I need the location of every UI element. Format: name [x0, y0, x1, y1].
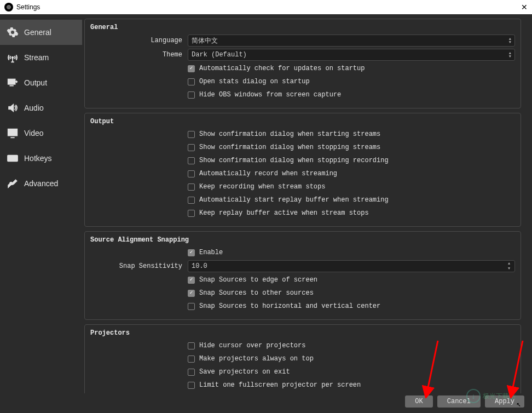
tools-icon: [7, 177, 19, 190]
checkbox-save-exit[interactable]: Save projectors on exit: [188, 368, 290, 376]
window-title: Settings: [16, 3, 40, 11]
apply-button[interactable]: Apply: [485, 395, 524, 408]
group-projectors: Projectors Hide cursor over projectors M…: [84, 324, 521, 393]
output-icon: [7, 77, 19, 89]
chevron-up-icon: ▲: [505, 261, 513, 266]
sidebar: General Stream Output Audio Video Hotkey…: [0, 14, 82, 413]
group-title: Source Alignment Snapping: [90, 236, 515, 244]
obs-logo-icon: [4, 3, 13, 12]
sidebar-item-label: Audio: [24, 104, 44, 112]
monitor-icon: [7, 127, 19, 139]
checkbox-keep-recording[interactable]: Keep recording when stream stops: [188, 183, 325, 191]
checkbox-icon: [188, 382, 195, 389]
checkbox-icon: [188, 183, 195, 191]
cancel-button[interactable]: Cancel: [437, 395, 481, 408]
titlebar: Settings ✕: [0, 0, 532, 14]
sidebar-item-general[interactable]: General: [0, 20, 82, 45]
sidebar-item-advanced[interactable]: Advanced: [0, 171, 82, 196]
spinbox-value: 10.0: [192, 262, 207, 270]
group-title: Output: [90, 118, 515, 125]
language-dropdown[interactable]: 简体中文 ▲▼: [188, 35, 515, 47]
checkbox-icon: [188, 131, 195, 138]
chevron-updown-icon: ▲▼: [509, 37, 511, 44]
spin-buttons[interactable]: ▲▼: [505, 261, 513, 271]
keyboard-icon: [7, 152, 19, 164]
group-title: General: [90, 24, 515, 31]
antenna-icon: [7, 51, 19, 64]
group-snapping: Source Alignment Snapping Enable Snap Se…: [84, 231, 521, 320]
sidebar-item-stream[interactable]: Stream: [0, 45, 82, 70]
close-icon[interactable]: ✕: [521, 3, 528, 12]
sidebar-item-output[interactable]: Output: [0, 70, 82, 95]
checkbox-icon: [188, 249, 195, 256]
sensitivity-label: Snap Sensitivity: [90, 262, 188, 270]
chevron-down-icon: ▼: [505, 266, 513, 271]
checkbox-open-stats[interactable]: Open stats dialog on startup: [188, 78, 310, 85]
sidebar-item-label: Advanced: [24, 179, 58, 188]
svg-rect-2: [8, 129, 18, 136]
checkbox-snap-edge[interactable]: Snap Sources to edge of screen: [188, 276, 317, 284]
chevron-updown-icon: ▲▼: [509, 51, 511, 58]
sidebar-item-label: General: [24, 28, 51, 37]
checkbox-icon: [188, 65, 195, 72]
checkbox-icon: [188, 78, 195, 85]
checkbox-snap-center[interactable]: Snap Sources to horizontal and vertical …: [188, 302, 380, 310]
sidebar-item-label: Hotkeys: [24, 154, 52, 163]
language-label: Language: [90, 37, 188, 44]
settings-scroll-area[interactable]: General Language 简体中文 ▲▼ Theme Dark (De: [84, 19, 525, 393]
main-panel: General Language 简体中文 ▲▼ Theme Dark (De: [82, 14, 532, 413]
sidebar-item-audio[interactable]: Audio: [0, 95, 82, 121]
checkbox-hide-obs[interactable]: Hide OBS windows from screen capture: [188, 91, 341, 99]
checkbox-limit-one[interactable]: Limit one fullscreen projector per scree…: [188, 381, 361, 389]
ok-button[interactable]: OK: [405, 395, 432, 408]
checkbox-icon: [188, 355, 195, 363]
group-title: Projectors: [90, 329, 515, 337]
checkbox-icon: [188, 157, 195, 164]
group-general: General Language 简体中文 ▲▼ Theme Dark (De: [84, 19, 521, 108]
sidebar-item-label: Output: [24, 78, 47, 87]
theme-dropdown[interactable]: Dark (Default) ▲▼: [188, 49, 515, 61]
checkbox-icon: [188, 277, 195, 284]
checkbox-icon: [188, 303, 195, 310]
checkbox-icon: [188, 144, 195, 151]
checkbox-snap-sources[interactable]: Snap Sources to other sources: [188, 289, 314, 297]
checkbox-icon: [188, 170, 195, 177]
checkbox-icon: [188, 369, 195, 376]
gear-icon: [7, 26, 19, 38]
checkbox-icon: [188, 210, 195, 217]
sidebar-item-label: Stream: [24, 53, 49, 62]
speaker-icon: [7, 102, 19, 114]
checkbox-icon: [188, 197, 195, 204]
checkbox-keep-replay[interactable]: Keep replay buffer active when stream st…: [188, 209, 369, 217]
checkbox-confirm-stop-stream[interactable]: Show confirmation dialog when stopping s…: [188, 144, 380, 151]
checkbox-icon: [188, 342, 195, 349]
checkbox-always-top[interactable]: Make projectors always on top: [188, 355, 314, 363]
dropdown-value: Dark (Default): [192, 51, 247, 59]
checkbox-confirm-stop-rec[interactable]: Show confirmation dialog when stopping r…: [188, 157, 389, 164]
sidebar-item-label: Video: [24, 129, 44, 137]
checkbox-hide-cursor[interactable]: Hide cursor over projectors: [188, 342, 305, 349]
sidebar-item-video[interactable]: Video: [0, 121, 82, 146]
sidebar-item-hotkeys[interactable]: Hotkeys: [0, 146, 82, 171]
checkbox-icon: [188, 290, 195, 297]
svg-rect-1: [8, 79, 15, 84]
checkbox-snapping-enable[interactable]: Enable: [188, 249, 223, 256]
dropdown-value: 简体中文: [192, 36, 218, 45]
sensitivity-spinbox[interactable]: 10.0 ▲▼: [188, 260, 515, 272]
footer: OK Cancel Apply: [84, 393, 525, 409]
theme-label: Theme: [90, 51, 188, 59]
checkbox-auto-replay[interactable]: Automatically start replay buffer when s…: [188, 196, 389, 204]
checkbox-confirm-start[interactable]: Show confirmation dialog when starting s…: [188, 130, 380, 138]
group-output: Output Show confirmation dialog when sta…: [84, 113, 521, 227]
checkbox-icon: [188, 91, 195, 99]
checkbox-auto-record[interactable]: Automatically record when streaming: [188, 170, 337, 177]
checkbox-check-updates[interactable]: Automatically check for updates on start…: [188, 65, 365, 72]
